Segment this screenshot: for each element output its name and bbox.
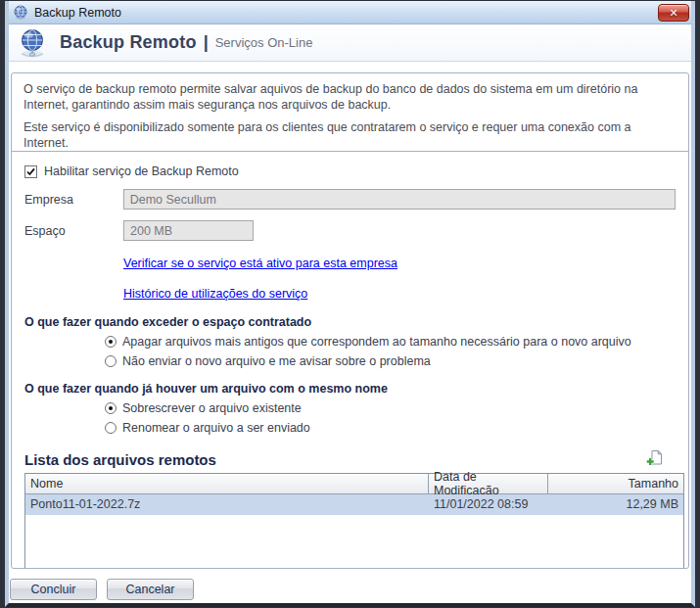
description-paragraph-1: O serviço de backup remoto permite salva… — [23, 81, 677, 113]
main-panel: O serviço de backup remoto permite salva… — [11, 72, 689, 569]
table-row[interactable]: Ponto11-01-2022.7z 11/01/2022 08:59 12,2… — [25, 494, 683, 515]
title-separator: | — [204, 32, 209, 53]
same-name-option-overwrite[interactable]: Sobrescrever o arquivo existente — [105, 401, 676, 415]
space-label: Espaço — [24, 224, 123, 238]
radio-delete-old[interactable] — [105, 336, 117, 348]
enable-service-checkbox[interactable] — [24, 165, 37, 178]
enable-service-row[interactable]: Habilitar serviço de Backup Remoto — [24, 164, 676, 178]
dialog-buttons: Concluir Cancelar — [10, 579, 695, 600]
backup-remoto-window: Backup Remoto ✕ Backup Remoto | Serviços… — [0, 0, 700, 608]
cell-tamanho: 12,29 MB — [548, 494, 683, 515]
exceed-space-group-title: O que fazer quando exceder o espaço cont… — [24, 315, 676, 329]
radio-overwrite[interactable] — [105, 402, 117, 414]
titlebar[interactable]: Backup Remoto ✕ — [5, 1, 695, 24]
cell-nome: Ponto11-01-2022.7z — [25, 494, 429, 515]
close-button[interactable]: ✕ — [658, 4, 689, 22]
space-field[interactable] — [123, 220, 254, 241]
company-field[interactable] — [123, 189, 676, 210]
exceed-option-delete-old[interactable]: Apagar arquivos mais antigos que corresp… — [105, 335, 676, 349]
add-file-icon[interactable] — [645, 449, 664, 468]
cancelar-button[interactable]: Cancelar — [107, 579, 194, 600]
column-header-tamanho[interactable]: Tamanho — [548, 474, 683, 493]
page-header: Backup Remoto | Serviços On-Line — [5, 24, 695, 62]
company-row: Empresa — [24, 189, 676, 210]
check-icon — [25, 166, 36, 177]
column-header-data[interactable]: Data de Modificação — [429, 474, 548, 493]
app-globe-icon — [13, 5, 28, 21]
exceed-option-warn[interactable]: Não enviar o novo arquivo e me avisar so… — [105, 354, 676, 368]
enable-service-label: Habilitar serviço de Backup Remoto — [44, 164, 239, 178]
cell-data: 11/01/2022 08:59 — [429, 494, 548, 515]
service-description: O serviço de backup remoto permite salva… — [12, 73, 688, 152]
remote-files-table: Nome Data de Modificação Tamanho Ponto11… — [24, 473, 684, 569]
concluir-button[interactable]: Concluir — [10, 579, 97, 600]
remote-files-list-title: Lista dos arquivos remotos — [24, 451, 645, 468]
verify-service-link[interactable]: Verificar se o serviço está ativo para e… — [123, 257, 397, 270]
radio-warn[interactable] — [105, 355, 117, 367]
backup-form: Habilitar serviço de Backup Remoto Empre… — [12, 164, 688, 569]
table-header: Nome Data de Modificação Tamanho — [25, 474, 683, 494]
space-row: Espaço — [24, 220, 676, 241]
radio-rename[interactable] — [105, 422, 117, 434]
page-subtitle: Serviços On-Line — [215, 35, 313, 50]
company-label: Empresa — [24, 193, 123, 207]
column-header-nome[interactable]: Nome — [25, 474, 429, 493]
description-paragraph-2: Este serviço é disponibilizado somente p… — [23, 119, 677, 151]
usage-history-link[interactable]: Histórico de utilizações do serviço — [123, 287, 307, 301]
services-online-globe-icon — [17, 27, 48, 59]
same-name-option-rename[interactable]: Renomear o arquivo a ser enviado — [105, 421, 676, 435]
same-name-group-title: O que fazer quando já houver um arquivo … — [24, 382, 676, 396]
page-title: Backup Remoto — [60, 32, 197, 53]
window-title: Backup Remoto — [34, 6, 121, 20]
